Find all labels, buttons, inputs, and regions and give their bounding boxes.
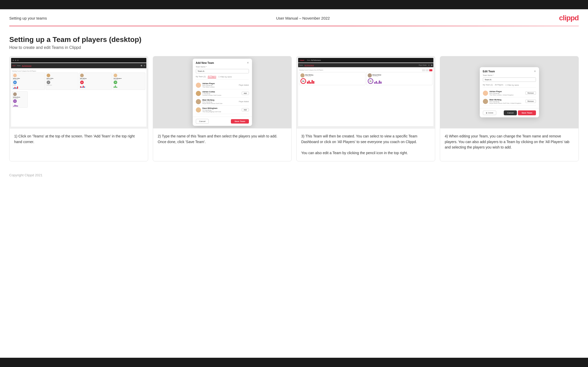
- top-bar: [0, 0, 588, 9]
- mini-bar: [16, 88, 17, 89]
- modal-4-cancel-button[interactable]: Cancel: [504, 110, 517, 115]
- modal-2-close-icon[interactable]: ×: [247, 61, 249, 64]
- modal-4-filter-label[interactable]: Filter by name: [507, 84, 519, 86]
- document-title: User Manual – November 2022: [276, 16, 330, 20]
- modal-4-player-info-1: Adrian Player Plus Handicap The Shire Lo…: [490, 90, 526, 96]
- mini-db-avatar-blair: [300, 73, 305, 77]
- modal-2-tab-myteam[interactable]: My Team (2): [196, 76, 206, 78]
- card-1-screenshot: clippd Home My Performance Viewing 4 out…: [10, 56, 148, 128]
- modal-player-action-1: Player Added: [239, 84, 249, 86]
- mini-nav-myteams: My Performance: [22, 65, 31, 67]
- modal-4-player-detail-2: Plus Handicap Royal North Devon Golf Clu…: [490, 101, 526, 104]
- card-2-screenshot: Add New Team × Team Name * My Team (2) A…: [153, 56, 291, 128]
- logo: clippd: [559, 14, 579, 22]
- page-title-section: Setting up a Team of players (desktop) H…: [0, 26, 588, 56]
- modal-4-tab-allplayers[interactable]: All Players: [495, 84, 503, 86]
- mini-db-bars-richard: [374, 78, 431, 84]
- modal-add-player-btn-2[interactable]: Add: [242, 108, 249, 111]
- mini-nav-home: clippd: [12, 65, 15, 66]
- mini-avatar-1: [13, 74, 17, 77]
- mini-bar: [14, 105, 15, 107]
- card-3-screenshot: clippd Home My Performance Teams My Perf…: [297, 56, 435, 128]
- modal-4-player-row-2: Blair McHarg Plus Handicap Royal North D…: [483, 97, 536, 106]
- modal-4-tab-myteam[interactable]: My Team (2): [483, 84, 493, 86]
- modal-player-detail-1: Plus Handicap The Shire London: [203, 85, 239, 88]
- mini-player-2: Adrian Coliba Player Quality 0 Central L…: [46, 73, 78, 90]
- card-2: Add New Team × Team Name * My Team (2) A…: [153, 56, 292, 161]
- mini-db-avatar-richard: [368, 73, 372, 77]
- mini-bar-chart-1: [13, 86, 44, 89]
- mini-db-bar-richard-2: [376, 81, 377, 84]
- modal-2-tab-allplayers[interactable]: All Players: [208, 75, 216, 78]
- modal-player-detail-3: Plus Handicap Royal North Devon Golf Clu…: [203, 101, 239, 104]
- mini-bar: [83, 86, 84, 88]
- mini-db-score-row-blair: 94: [300, 78, 364, 84]
- modal-player-info-2: Adrian Coliba 1 Handicap Central London …: [203, 91, 242, 96]
- modal-player-action-3: Player Added: [239, 101, 249, 102]
- modal-4-title: Edit Team: [483, 70, 495, 73]
- modal-player-info-4: Dave Billingham 3.5 Handicap The Ding Ma…: [203, 107, 242, 112]
- modal-add-team: Add New Team × Team Name * My Team (2) A…: [193, 59, 252, 126]
- mini-bar-chart-5: [13, 103, 27, 107]
- card-3-text: 3) This Team will then be created. You c…: [297, 128, 435, 161]
- mini-db-card-richard: Richard Butler Plus Handicap 72: [366, 72, 433, 85]
- mini-bar: [114, 86, 115, 88]
- modal-2-filter-label[interactable]: Filter by name: [220, 76, 232, 78]
- card-2-text: 2) Type the name of this Team and then s…: [153, 128, 291, 161]
- cards-row: clippd Home My Performance Viewing 4 out…: [0, 56, 588, 171]
- mini-player-4: Dave Billingham 3.5 Handicap 78: [113, 73, 145, 90]
- mini-db-score-row-richard: 72: [368, 78, 431, 84]
- mini-avatar-2: [47, 74, 50, 77]
- modal-player-info-3: Blair McHarg Plus Handicap Royal North D…: [203, 99, 239, 104]
- modal-player-info-1: Adrian Player Plus Handicap The Shire Lo…: [203, 82, 239, 88]
- modal-player-name-3: Blair McHarg: [203, 99, 239, 101]
- mini-bar: [17, 106, 18, 107]
- modal-add-player-btn-1[interactable]: Add: [242, 92, 249, 95]
- modal-player-row-3: Blair McHarg Plus Handicap Royal North D…: [196, 98, 249, 106]
- modal-4-save-button[interactable]: Save Team: [518, 110, 536, 115]
- mini-db-bar-blair-5: [313, 81, 314, 84]
- modal-player-row-1: Adrian Player Plus Handicap The Shire Lo…: [196, 81, 249, 89]
- card-4-text: 4) When editing your Team, you can chang…: [440, 128, 578, 161]
- modal-4-player-name-2: Blair McHarg: [490, 99, 526, 101]
- mini-score-72: 72: [13, 99, 17, 103]
- modal-4-delete-button[interactable]: 🗑 Delete: [483, 111, 496, 115]
- mini-avatar-3: [80, 74, 84, 77]
- modal-edit-team: Edit Team × Team Name * My Team (2) All …: [480, 67, 539, 117]
- modal-4-remove-btn-2[interactable]: Remove: [525, 100, 536, 103]
- modal-2-title: Add New Team: [196, 62, 214, 64]
- page-subtitle: How to create and edit Teams in Clippd: [9, 45, 579, 50]
- mini-db-bar-richard-5: [380, 82, 382, 84]
- modal-2-team-name-input[interactable]: [196, 69, 249, 73]
- modal-4-header: Edit Team ×: [480, 67, 539, 74]
- mini-content-1: Viewing 4 out of 4 players from All Play…: [11, 69, 146, 127]
- mini-avatar-4: [114, 74, 117, 77]
- mini-player-3: Blair McHarg Plus Handicap 94: [79, 73, 112, 90]
- modal-2-overlay: Add New Team × Team Name * My Team (2) A…: [153, 56, 291, 128]
- modal-player-row-4: Dave Billingham 3.5 Handicap The Ding Ma…: [196, 106, 249, 114]
- mini-dot-2: [15, 60, 16, 61]
- modal-4-remove-btn-1[interactable]: Remove: [525, 91, 536, 95]
- modal-4-team-name-input[interactable]: [483, 77, 536, 82]
- mini-dot-3: [17, 60, 19, 61]
- mini-bar: [14, 87, 15, 89]
- mini-db-header-richard: Richard Butler Plus Handicap: [368, 73, 431, 77]
- modal-4-player-list: Adrian Player Plus Handicap The Shire Lo…: [483, 89, 536, 106]
- modal-2-cancel-button[interactable]: Cancel: [196, 119, 209, 124]
- mini-nav-teams: Home: [17, 65, 20, 66]
- mini-players-grid: Adrian Coliba Plus Handicap 84 Fairway: [12, 73, 145, 90]
- mini-db-card-blair: Blair McHarg Plus Handicap 94: [299, 72, 365, 85]
- mini-avatar-5: [13, 92, 17, 96]
- modal-2-save-button[interactable]: Save Team: [231, 119, 249, 124]
- bottom-bar: [0, 358, 588, 367]
- section-label: Setting up your teams: [9, 16, 47, 20]
- modal-4-close-icon[interactable]: ×: [534, 70, 536, 73]
- modal-2-team-name-label: Team Name *: [196, 66, 249, 68]
- mini-app-1: clippd Home My Performance Viewing 4 out…: [10, 56, 148, 128]
- modal-4-tabs: My Team (2) All Players ☐ Filter by name: [483, 84, 536, 88]
- mini-score-78: 78: [114, 81, 117, 84]
- modal-4-player-detail-1: Plus Handicap The Shire London, United K…: [490, 93, 526, 96]
- modal-player-avatar-2: [196, 91, 201, 96]
- modal-2-body: Team Name * My Team (2) All Players ☐ Fi…: [193, 66, 252, 117]
- modal-2-tabs: My Team (2) All Players ☐ Filter by name: [196, 75, 249, 80]
